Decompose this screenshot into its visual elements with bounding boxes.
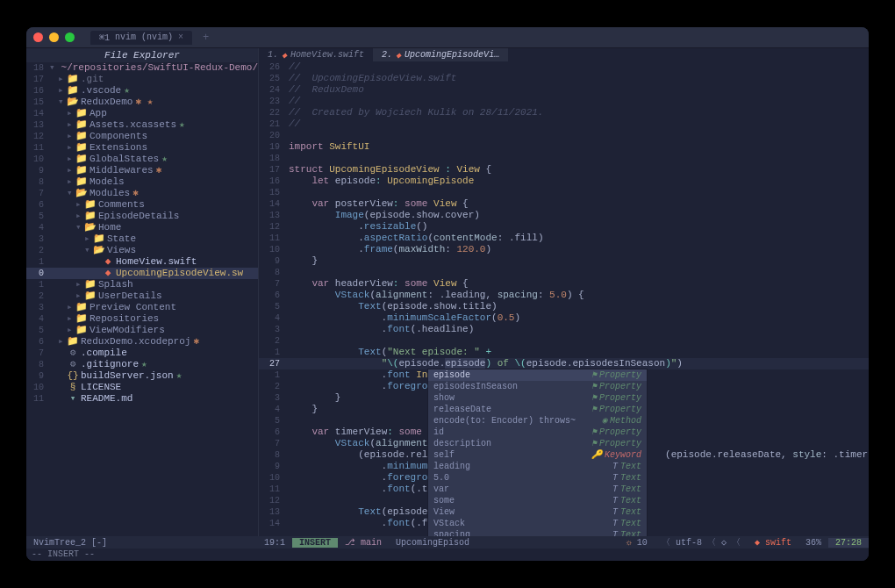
code-line[interactable]: 16 let episode: UpcomingEpisode xyxy=(259,176,869,187)
tree-row[interactable]: 8▸📁 Models xyxy=(26,176,258,188)
cursor-pos: 27:28 xyxy=(828,538,869,548)
code-line[interactable]: 1 Text("Next episode: " + xyxy=(259,347,869,358)
tree-row[interactable]: 9▸📁 Middlewares ✱ xyxy=(26,165,258,176)
code-line[interactable]: 19import SwiftUI xyxy=(259,141,869,153)
code-line[interactable]: 10 .frame(maxWidth: 120.0) xyxy=(259,244,869,255)
traffic-lights xyxy=(33,32,75,42)
code-line[interactable]: 18 xyxy=(259,153,869,164)
titlebar: ⌘1 nvim (nvim) × + xyxy=(26,27,869,48)
tree-row[interactable]: 7▾📂 Modules ✱ xyxy=(26,188,258,199)
tree-row[interactable]: 1▸📁 Splash xyxy=(26,279,258,290)
folder-icon: 📁 xyxy=(75,119,88,131)
editor-tab[interactable]: 1. ◆ HomeView.swift xyxy=(259,48,373,61)
editor: 1. ◆ HomeView.swift2. ◆ UpcomingEpisodeV… xyxy=(259,48,869,536)
code-line[interactable]: 7 var headerView: some View { xyxy=(259,278,869,290)
completion-item[interactable]: leadingTText xyxy=(428,461,647,472)
code-line[interactable]: 4 .minimumScaleFactor(0.5) xyxy=(259,312,869,324)
file-explorer: File Explorer 18▾ ~/repositories/SwiftUI… xyxy=(26,48,259,536)
folder-icon: 📁 xyxy=(84,199,97,211)
code-line[interactable]: 6 VStack(alignment: .leading, spacing: 5… xyxy=(259,290,869,301)
completion-item[interactable]: self🔑Keyword xyxy=(428,449,647,461)
completion-item[interactable]: ViewTText xyxy=(428,506,647,518)
tree-row[interactable]: 1◆ HomeView.swift xyxy=(26,256,258,268)
tree-row[interactable]: 2▸📁 UserDetails xyxy=(26,290,258,302)
code-line[interactable]: 25// UpcomingEpisodeView.swift xyxy=(259,73,869,84)
folder-icon: 📂 xyxy=(75,188,88,199)
tree-row[interactable]: 12▸📁 Components xyxy=(26,131,258,142)
tree-pos: 19:1 xyxy=(257,538,292,548)
tree-row[interactable]: 7⚙ .compile xyxy=(26,348,258,359)
tree-row[interactable]: 18▾ ~/repositories/SwiftUI-Redux-Demo/ xyxy=(26,62,258,74)
code-line[interactable]: 23// xyxy=(259,96,869,107)
code-line[interactable]: 20 xyxy=(259,130,869,141)
tree-row[interactable]: 9{} buildServer.json ★ xyxy=(26,370,258,382)
code-line[interactable]: 17struct UpcomingEpisodeView : View { xyxy=(259,164,869,176)
code-line[interactable]: 8 xyxy=(259,267,869,278)
completion-item[interactable]: releaseDate⚑Property xyxy=(428,404,647,415)
tree-row[interactable]: 13▸📁 Assets.xcassets ★ xyxy=(26,119,258,131)
file-tree[interactable]: 18▾ ~/repositories/SwiftUI-Redux-Demo/17… xyxy=(26,62,258,536)
completion-item[interactable]: someTText xyxy=(428,495,647,506)
tree-row[interactable]: 6▸📁 Comments xyxy=(26,199,258,211)
terminal-tab[interactable]: ⌘1 nvim (nvim) × xyxy=(90,31,192,45)
code-line[interactable]: 9 } xyxy=(259,255,869,267)
tree-row[interactable]: 10§ LICENSE xyxy=(26,382,258,393)
code-line[interactable]: 21// xyxy=(259,118,869,130)
completion-item[interactable]: description⚑Property xyxy=(428,438,647,449)
minimize-icon[interactable] xyxy=(49,32,59,42)
sw-icon: ◆ xyxy=(102,268,114,279)
tree-row[interactable]: 3▸📁 State xyxy=(26,233,258,245)
close-icon[interactable] xyxy=(33,32,43,42)
tree-row[interactable]: 14▸📁 App xyxy=(26,108,258,119)
completion-item[interactable]: episode⚑Property xyxy=(428,369,647,381)
completion-item[interactable]: show⚑Property xyxy=(428,392,647,404)
tree-row[interactable]: 2▾📂 Views xyxy=(26,245,258,256)
code-line[interactable]: 12 .resizable() xyxy=(259,221,869,233)
code-line[interactable]: 2 xyxy=(259,335,869,347)
tree-row[interactable]: 8⚙ .gitignore ★ xyxy=(26,359,258,370)
completion-item[interactable]: VStackTText xyxy=(428,518,647,529)
editor-tab[interactable]: 2. ◆ UpcomingEpisodeVi… xyxy=(373,48,508,61)
tree-row[interactable]: 0◆ UpcomingEpisodeView.sw xyxy=(26,268,258,279)
tree-row[interactable]: 10▸📁 GlobalStates ★ xyxy=(26,154,258,165)
tab-close-icon[interactable]: × xyxy=(178,32,183,42)
code-line[interactable]: 14 var posterView: some View { xyxy=(259,198,869,210)
completion-item[interactable]: spacingTText xyxy=(428,529,647,536)
tree-row[interactable]: 16▸📁 .vscode ★ xyxy=(26,85,258,97)
zoom-icon[interactable] xyxy=(65,32,75,42)
completion-item[interactable]: id⚑Property xyxy=(428,427,647,438)
folder-icon: 📁 xyxy=(75,176,88,188)
diagnostics: ☼ 10 xyxy=(619,538,655,548)
completion-item[interactable]: varTText xyxy=(428,484,647,495)
tree-row[interactable]: 11▸📁 Extensions xyxy=(26,142,258,154)
code-line[interactable]: 5 Text(episode.show.title) xyxy=(259,301,869,312)
folder-icon: 📁 xyxy=(93,233,105,245)
code-line[interactable]: 13 Image(episode.show.cover) xyxy=(259,210,869,221)
tree-row[interactable]: 3▸📁 Preview Content xyxy=(26,302,258,313)
tree-row[interactable]: 5▸📁 EpisodeDetails xyxy=(26,211,258,222)
tree-name: NvimTree_2 [-] xyxy=(26,538,114,548)
cmdline: -- INSERT -- xyxy=(26,549,869,561)
tree-row[interactable]: 4▸📁 Repositories xyxy=(26,313,258,325)
new-tab-button[interactable]: + xyxy=(197,32,214,44)
tree-row[interactable]: 15▾📂 ReduxDemo ✱ ★ xyxy=(26,97,258,108)
gear-icon: ⚙ xyxy=(67,359,79,370)
completion-item[interactable]: 5.0TText xyxy=(428,472,647,484)
tree-row[interactable]: 5▸📁 ViewModifiers xyxy=(26,325,258,336)
tree-row[interactable]: 4▾📂 Home xyxy=(26,222,258,233)
folder-icon: 📁 xyxy=(84,279,97,290)
code-area[interactable]: 26//25// UpcomingEpisodeView.swift24// R… xyxy=(259,61,869,536)
folder-icon: 📁 xyxy=(75,325,88,336)
code-line[interactable]: 22// Created by Wojciech Kulik on 28/11/… xyxy=(259,107,869,118)
completion-item[interactable]: encode(to: Encoder) throws~◉Method xyxy=(428,415,647,427)
completion-item[interactable]: episodesInSeason⚑Property xyxy=(428,381,647,392)
code-line[interactable]: 26// xyxy=(259,61,869,73)
code-line[interactable]: 15 xyxy=(259,187,869,198)
code-line[interactable]: 24// ReduxDemo xyxy=(259,84,869,96)
tree-row[interactable]: 6▸📁 ReduxDemo.xcodeproj ✱ xyxy=(26,336,258,348)
tree-row[interactable]: 11▾ README.md xyxy=(26,393,258,405)
autocomplete-popup[interactable]: episode⚑PropertyepisodesInSeason⚑Propert… xyxy=(427,369,648,536)
code-line[interactable]: 3 .font(.headline) xyxy=(259,324,869,335)
code-line[interactable]: 11 .aspectRatio(contentMode: .fill) xyxy=(259,233,869,244)
tree-row[interactable]: 17▸📁 .git xyxy=(26,74,258,85)
